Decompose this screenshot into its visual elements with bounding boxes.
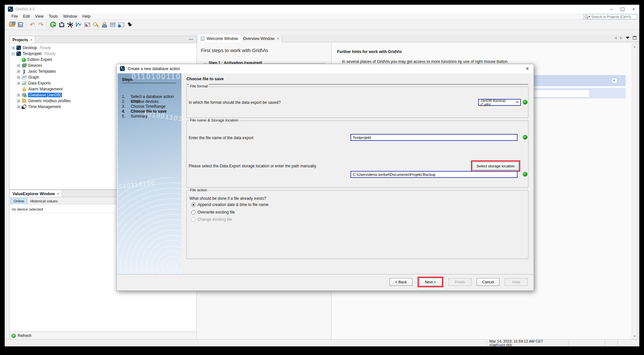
tree-item-desktop[interactable]: Desktop Ready bbox=[9, 45, 197, 51]
menu-edit[interactable]: Edit bbox=[20, 14, 32, 19]
tutorial-highlight-box: Next > bbox=[418, 277, 443, 287]
tree-item-testprojekt[interactable]: Testprojekt Ready bbox=[9, 51, 197, 57]
valid-indicator bbox=[523, 100, 527, 104]
refresh-connection-icon[interactable] bbox=[49, 21, 57, 28]
expander-icon[interactable] bbox=[17, 105, 20, 108]
report-table-icon[interactable] bbox=[117, 21, 125, 28]
storage-path-input[interactable] bbox=[350, 171, 518, 178]
expander-icon[interactable] bbox=[17, 64, 20, 67]
radio-overwrite[interactable]: Overwrite existing file bbox=[191, 210, 235, 215]
hints-heading: Further hints for work with GridVis bbox=[337, 49, 402, 54]
close-icon[interactable]: × bbox=[57, 192, 59, 196]
tab-label: Overview Window bbox=[243, 36, 275, 41]
collapse-icon[interactable] bbox=[12, 52, 15, 55]
menu-window[interactable]: Window bbox=[61, 14, 80, 19]
search-dropdown-icon[interactable] bbox=[588, 16, 590, 17]
expander-icon[interactable] bbox=[17, 100, 20, 103]
dialog-close-icon[interactable]: × bbox=[524, 65, 531, 72]
tree-item-edition-expert[interactable]: ✓ Edition Expert bbox=[9, 57, 197, 63]
license-key-icon[interactable] bbox=[91, 21, 100, 28]
file-format-value: JanDB Backup (*.jdb) bbox=[481, 99, 514, 106]
back-button[interactable]: < Back bbox=[389, 278, 412, 286]
tab-online[interactable]: Online bbox=[10, 198, 27, 204]
toolbar: ↶ ↷ bbox=[5, 20, 639, 30]
dialog-page-heading: Choose file to save bbox=[186, 77, 224, 81]
expander-icon[interactable] bbox=[17, 76, 20, 79]
user-management-icon[interactable] bbox=[100, 21, 108, 28]
graph-icon bbox=[22, 75, 27, 80]
expander-icon[interactable] bbox=[17, 82, 20, 85]
check-icon: ✓ bbox=[22, 58, 26, 62]
tab-historical-values[interactable]: Historical values bbox=[28, 198, 60, 204]
tutorial-icon[interactable] bbox=[125, 21, 134, 28]
radio-disabled-icon bbox=[191, 217, 196, 222]
finish-button: Finish bbox=[448, 278, 471, 286]
cancel-button[interactable]: Cancel bbox=[477, 278, 500, 286]
database-icon bbox=[22, 93, 27, 97]
scroll-tabs-right-icon[interactable] bbox=[620, 36, 622, 40]
open-project-icon[interactable] bbox=[8, 21, 16, 28]
expander-icon[interactable] bbox=[12, 47, 15, 49]
collapse-section-button[interactable]: « bbox=[611, 77, 618, 84]
radio-change-existing-disabled: Change existing file bbox=[191, 217, 232, 222]
remote-screen-icon[interactable] bbox=[83, 21, 91, 28]
topology-icon[interactable] bbox=[66, 21, 74, 28]
maximize-editor-icon[interactable] bbox=[633, 36, 636, 40]
scroll-tabs-left-icon[interactable] bbox=[615, 36, 617, 40]
project-icon bbox=[16, 51, 21, 56]
window-title: GridVis 9.0 bbox=[15, 7, 35, 11]
tree-item-label: Jasic Templates bbox=[28, 69, 56, 74]
scroll-down-icon[interactable]: ▼ bbox=[633, 335, 636, 338]
radio-append-date[interactable]: Append creation date & time to file name bbox=[191, 202, 269, 207]
file-format-select[interactable]: JanDB Backup (*.jdb) bbox=[478, 99, 521, 106]
valid-indicator bbox=[523, 135, 527, 140]
tab-welcome-window[interactable]: Welcome Window × bbox=[198, 35, 246, 42]
vertical-scrollbar[interactable]: ▲ ▼ bbox=[632, 44, 637, 339]
select-storage-location-button[interactable]: Select storage location bbox=[473, 162, 519, 170]
minimize-button[interactable] bbox=[606, 5, 617, 13]
redo-icon[interactable]: ↷ bbox=[37, 21, 45, 28]
expander-icon[interactable] bbox=[17, 70, 20, 73]
maximize-button[interactable] bbox=[617, 5, 628, 13]
tab-value-explorer[interactable]: ValueExplorer Window × bbox=[10, 190, 62, 197]
file-name-input[interactable] bbox=[350, 134, 518, 141]
data-exports-icon bbox=[22, 81, 27, 85]
minimize-panel-icon[interactable]: — bbox=[189, 37, 193, 42]
scroll-up-icon[interactable]: ▲ bbox=[633, 45, 636, 48]
menu-help[interactable]: Help bbox=[80, 14, 93, 19]
radio-selected-icon[interactable] bbox=[191, 203, 196, 207]
wizard-step-2: 2.Choose devices bbox=[122, 99, 180, 104]
toolbar-separator bbox=[26, 21, 27, 28]
tab-projects[interactable]: Projects × bbox=[10, 36, 35, 43]
tab-overview-window[interactable]: Overview Window × bbox=[240, 35, 282, 42]
create-database-action-dialog: Create a new database action × 011010011… bbox=[116, 64, 534, 291]
file-name-label: Enter the file name of the data export bbox=[189, 136, 253, 140]
graph-values-icon[interactable] bbox=[74, 21, 83, 28]
save-all-icon[interactable] bbox=[16, 21, 25, 28]
tree-item-label: Data Exports bbox=[28, 81, 51, 85]
refresh-row[interactable]: Refresh bbox=[9, 331, 197, 340]
toolbar-separator bbox=[46, 21, 48, 28]
radio-label: Append creation date & time to file name bbox=[198, 202, 269, 207]
file-format-groupbox: File format In which file format should … bbox=[186, 86, 528, 118]
virtual-device-panel-icon[interactable] bbox=[108, 21, 117, 28]
tutorial-highlight-box: Select storage location bbox=[471, 160, 520, 172]
tree-item-status: Ready bbox=[40, 46, 51, 50]
menu-tools[interactable]: Tools bbox=[46, 14, 61, 19]
close-icon[interactable]: × bbox=[277, 36, 279, 41]
import-devices-icon[interactable] bbox=[57, 21, 66, 28]
menu-view[interactable]: View bbox=[32, 14, 46, 19]
next-button[interactable]: Next > bbox=[419, 278, 442, 286]
menu-file[interactable]: File bbox=[9, 14, 20, 19]
search-box[interactable] bbox=[583, 14, 637, 19]
search-input[interactable] bbox=[591, 15, 634, 19]
wizard-step-3: 3.Choose TimeRange bbox=[122, 104, 180, 109]
radio-label: Overwrite existing file bbox=[198, 210, 235, 215]
undo-icon[interactable]: ↶ bbox=[28, 21, 37, 28]
tree-item-label: Edition Expert bbox=[28, 57, 52, 62]
radio-icon[interactable] bbox=[191, 210, 196, 215]
close-icon[interactable]: × bbox=[30, 38, 32, 42]
expander-icon[interactable] bbox=[17, 94, 20, 97]
close-button[interactable]: × bbox=[628, 5, 639, 13]
tab-list-dropdown-icon[interactable] bbox=[626, 37, 630, 39]
